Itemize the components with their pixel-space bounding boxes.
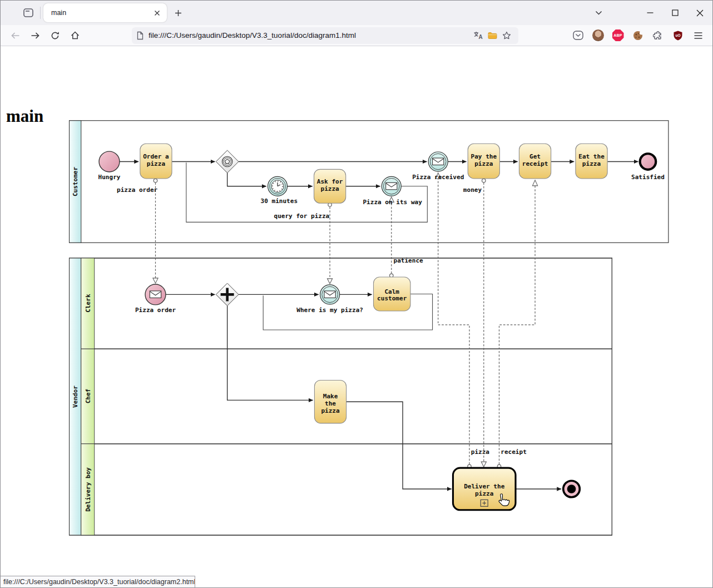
star-icon xyxy=(502,31,511,40)
task-make-the-pizza: Make the pizza xyxy=(314,380,346,423)
back-button[interactable] xyxy=(7,28,23,43)
envelope-icon xyxy=(324,291,335,298)
svg-text:A: A xyxy=(478,34,482,39)
lane-delivery-boy-label: Delivery boy xyxy=(85,467,92,512)
label-pizza: pizza xyxy=(471,448,489,456)
svg-text:Calm: Calm xyxy=(384,288,399,295)
hamburger-icon xyxy=(694,32,702,39)
svg-text:Satisfied: Satisfied xyxy=(631,174,665,181)
label-pizza-order-flow: pizza order xyxy=(117,186,158,194)
event-based-gateway xyxy=(216,150,239,173)
envelope-icon xyxy=(386,182,397,189)
forward-button[interactable] xyxy=(27,28,43,43)
svg-text:Ask for: Ask for xyxy=(317,178,343,185)
minimize-button[interactable] xyxy=(637,3,662,22)
task-pay-the-pizza: Pay the pizza xyxy=(468,144,499,179)
message-event-where-is-my-pizza: Where is my pizza? xyxy=(296,285,363,314)
tab-separator xyxy=(40,7,41,19)
message-event-pizza-on-its-way: Pizza on its way xyxy=(363,176,422,206)
svg-text:Pizza on its way: Pizza on its way xyxy=(363,199,422,206)
bookmark-star-button[interactable] xyxy=(499,28,514,43)
envelope-icon xyxy=(150,291,161,298)
reload-icon xyxy=(51,31,60,40)
svg-text:Pizza order: Pizza order xyxy=(135,307,176,314)
end-event-terminate xyxy=(563,481,580,497)
maximize-button[interactable] xyxy=(662,3,687,22)
svg-text:customer: customer xyxy=(377,295,407,302)
task-calm-customer: Calm customer xyxy=(374,277,410,311)
translate-button[interactable]: A xyxy=(471,28,485,43)
pool-vendor-label: Vendor xyxy=(72,386,79,408)
firefox-view-button[interactable] xyxy=(21,5,36,21)
avatar xyxy=(592,29,604,41)
task-get-receipt: Get receipt xyxy=(519,144,551,179)
svg-text:Where is my pizza?: Where is my pizza? xyxy=(296,307,363,314)
envelope-icon xyxy=(433,158,444,165)
timer-event-30-minutes: 30 minutes xyxy=(261,176,298,205)
adblock-plus-icon: ABP xyxy=(612,29,624,41)
page-content: main xyxy=(1,46,712,588)
label-patience: patience xyxy=(393,257,423,264)
navigation-toolbar: file:///C:/Users/gaudin/Desktop/V3.3_tuo… xyxy=(1,25,712,46)
tab-close-icon[interactable] xyxy=(151,7,162,18)
pocket-icon xyxy=(573,31,583,40)
browser-tab[interactable]: main xyxy=(43,3,167,22)
url-bar[interactable]: file:///C:/Users/gaudin/Desktop/V3.3_tuo… xyxy=(132,27,518,44)
url-text[interactable]: file:///C:/Users/gaudin/Desktop/V3.3_tuo… xyxy=(148,31,471,39)
sequence-flows xyxy=(120,162,638,489)
ublock-origin-button[interactable]: uO xyxy=(670,28,686,43)
svg-text:pizza: pizza xyxy=(475,490,493,497)
back-icon xyxy=(11,32,20,39)
bpmn-diagram: Customer Vendor Clerk Chef Delivery boy xyxy=(1,46,713,588)
lane-clerk-label: Clerk xyxy=(85,294,92,313)
task-order-a-pizza: Order a pizza xyxy=(140,144,172,179)
tab-bar: main xyxy=(1,1,712,25)
account-avatar-button[interactable] xyxy=(590,28,606,43)
svg-text:Order a: Order a xyxy=(143,153,169,160)
adblock-plus-button[interactable]: ABP xyxy=(610,28,626,43)
ublock-origin-icon: uO xyxy=(672,30,684,41)
status-bar: file:///C:/Users/gaudin/Desktop/V3.3_tuo… xyxy=(1,576,195,587)
window-close-button[interactable] xyxy=(687,3,712,22)
svg-text:receipt: receipt xyxy=(522,160,548,167)
downloads-folder-button[interactable] xyxy=(485,28,499,43)
label-receipt: receipt xyxy=(501,448,527,456)
folder-icon xyxy=(488,32,497,39)
svg-text:Get: Get xyxy=(529,153,541,160)
page-icon xyxy=(136,31,144,40)
pocket-button[interactable] xyxy=(570,28,586,43)
task-ask-for-pizza: Ask for pizza xyxy=(314,169,346,203)
end-event-satisfied: Satisfied xyxy=(631,154,665,181)
start-event-pizza-order: Pizza order xyxy=(135,284,176,314)
label-query-for-pizza: query for pizza xyxy=(274,213,330,220)
translate-icon: A xyxy=(473,31,483,39)
svg-text:pizza: pizza xyxy=(582,160,601,167)
parallel-gateway xyxy=(216,283,239,306)
svg-text:Eat the: Eat the xyxy=(578,153,605,160)
menu-button[interactable] xyxy=(690,28,706,43)
svg-text:Deliver the: Deliver the xyxy=(464,483,505,490)
firefox-view-icon xyxy=(23,8,33,17)
reload-button[interactable] xyxy=(47,28,63,43)
cookie-extension-button[interactable] xyxy=(630,28,646,43)
svg-text:pizza: pizza xyxy=(474,160,493,167)
label-money: money xyxy=(463,186,482,194)
svg-text:Hungry: Hungry xyxy=(98,174,121,181)
new-tab-button[interactable] xyxy=(170,5,186,21)
svg-text:pizza: pizza xyxy=(147,160,165,167)
home-button[interactable] xyxy=(67,28,83,43)
tab-title: main xyxy=(51,9,151,17)
extensions-button[interactable] xyxy=(650,28,666,43)
svg-text:Make: Make xyxy=(323,393,338,400)
puzzle-icon xyxy=(653,31,663,41)
svg-text:Pay the: Pay the xyxy=(471,153,497,160)
svg-text:30 minutes: 30 minutes xyxy=(261,197,298,205)
svg-text:pizza: pizza xyxy=(320,185,339,192)
svg-text:uO: uO xyxy=(675,33,680,37)
home-icon xyxy=(71,31,80,39)
message-event-pizza-received: Pizza received xyxy=(412,152,464,181)
lane-chef-label: Chef xyxy=(85,389,92,404)
pool-customer: Customer xyxy=(70,121,669,243)
tab-list-button[interactable] xyxy=(591,5,606,21)
browser-window: main xyxy=(0,0,713,588)
